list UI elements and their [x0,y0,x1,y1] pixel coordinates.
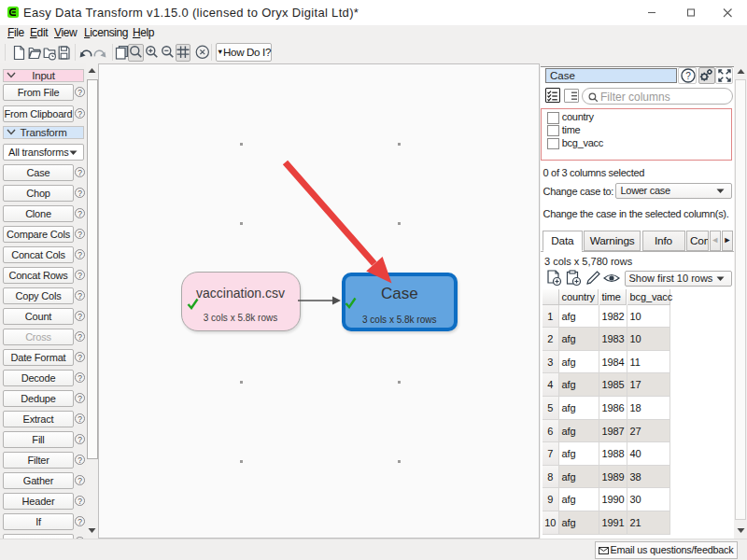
svg-text:?: ? [685,71,691,81]
